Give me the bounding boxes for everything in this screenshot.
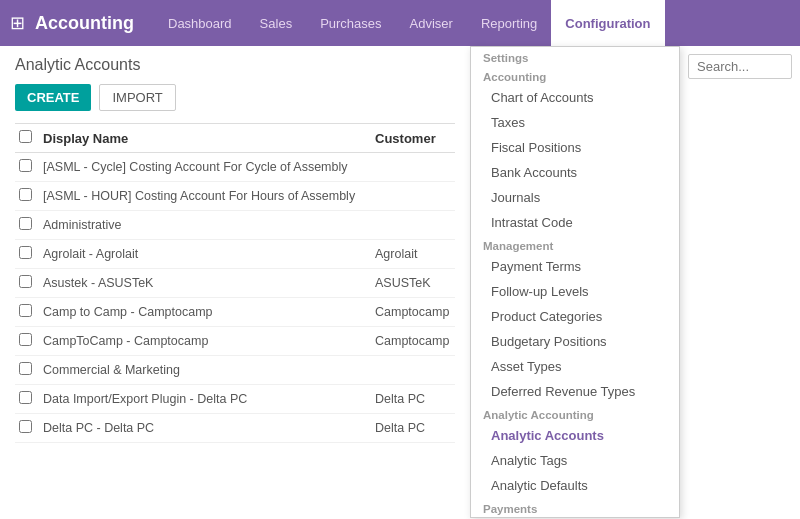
dropdown-item-intrastat-code[interactable]: Intrastat Code [471,210,679,235]
row-checkbox[interactable] [19,391,32,404]
row-checkbox[interactable] [19,246,32,259]
table-header: Display Name Customer [15,124,455,153]
dropdown-item-follow-up-levels[interactable]: Follow-up Levels [471,279,679,304]
row-display-name: Commercial & Marketing [39,356,365,385]
nav-item-adviser[interactable]: Adviser [396,0,467,46]
dropdown-item-bank-accounts[interactable]: Bank Accounts [471,160,679,185]
dropdown-item-taxes[interactable]: Taxes [471,110,679,135]
analytic-accounts-table: Display Name Customer [ASML - Cycle] Cos… [15,123,455,443]
row-checkbox[interactable] [19,159,32,172]
top-navigation: ⊞ Accounting DashboardSalesPurchasesAdvi… [0,0,800,46]
page-title: Analytic Accounts [15,56,455,74]
row-display-name: [ASML - Cycle] Costing Account For Cycle… [39,153,365,182]
dropdown-section-label: Settings [471,47,679,66]
row-display-name: Delta PC - Delta PC [39,414,365,443]
table-row: Delta PC - Delta PC Delta PC [15,414,455,443]
nav-item-reporting[interactable]: Reporting [467,0,551,46]
row-customer [365,211,455,240]
table-row: [ASML - Cycle] Costing Account For Cycle… [15,153,455,182]
grid-icon[interactable]: ⊞ [10,12,25,34]
row-checkbox[interactable] [19,217,32,230]
dropdown-item-budgetary-positions[interactable]: Budgetary Positions [471,329,679,354]
table-row: Camp to Camp - Camptocamp Camptocamp [15,298,455,327]
row-customer: Delta PC [365,414,455,443]
row-checkbox[interactable] [19,362,32,375]
row-checkbox[interactable] [19,275,32,288]
row-display-name: Asustek - ASUSTeK [39,269,365,298]
nav-item-dashboard[interactable]: Dashboard [154,0,246,46]
select-all-checkbox[interactable] [19,130,32,143]
row-customer: Delta PC [365,385,455,414]
customer-header: Customer [365,124,455,153]
row-display-name: Camp to Camp - Camptocamp [39,298,365,327]
search-area [680,46,800,87]
table-row: Agrolait - Agrolait Agrolait [15,240,455,269]
dropdown-section-label: Analytic Accounting [471,404,679,423]
configuration-dropdown: SettingsAccountingChart of AccountsTaxes… [470,46,680,518]
table-row: Commercial & Marketing [15,356,455,385]
row-customer: Agrolait [365,240,455,269]
dropdown-item-analytic-tags[interactable]: Analytic Tags [471,448,679,473]
dropdown-section-label: Management [471,235,679,254]
dropdown-item-analytic-accounts[interactable]: Analytic Accounts [471,423,679,448]
app-title: Accounting [35,13,134,34]
row-display-name: CampToCamp - Camptocamp [39,327,365,356]
row-customer: Camptocamp [365,327,455,356]
dropdown-item-payment-terms[interactable]: Payment Terms [471,254,679,279]
dropdown-item-chart-of-accounts[interactable]: Chart of Accounts [471,85,679,110]
row-customer [365,356,455,385]
dropdown-item-analytic-defaults[interactable]: Analytic Defaults [471,473,679,498]
nav-item-configuration[interactable]: Configuration [551,0,664,46]
nav-menu: DashboardSalesPurchasesAdviserReportingC… [154,0,790,46]
row-checkbox[interactable] [19,304,32,317]
nav-item-purchases[interactable]: Purchases [306,0,395,46]
nav-item-sales[interactable]: Sales [246,0,307,46]
row-customer: Camptocamp [365,298,455,327]
create-button[interactable]: CREATE [15,84,91,111]
row-display-name: Data Import/Export Plugin - Delta PC [39,385,365,414]
dropdown-item-journals[interactable]: Journals [471,185,679,210]
import-button[interactable]: IMPORT [99,84,175,111]
row-customer [365,182,455,211]
row-checkbox[interactable] [19,420,32,433]
dropdown-section-label: Payments [471,498,679,517]
left-panel: Analytic Accounts CREATE IMPORT Display … [0,46,470,519]
row-customer [365,153,455,182]
dropdown-item-asset-types[interactable]: Asset Types [471,354,679,379]
table-row: Administrative [15,211,455,240]
row-display-name: Agrolait - Agrolait [39,240,365,269]
dropdown-item-product-categories[interactable]: Product Categories [471,304,679,329]
action-buttons: CREATE IMPORT [15,84,455,111]
display-name-header: Display Name [39,124,365,153]
row-display-name: [ASML - HOUR] Costing Account For Hours … [39,182,365,211]
dropdown-item-deferred-revenue-types[interactable]: Deferred Revenue Types [471,379,679,404]
row-display-name: Administrative [39,211,365,240]
table-row: CampToCamp - Camptocamp Camptocamp [15,327,455,356]
row-checkbox[interactable] [19,333,32,346]
table-body: [ASML - Cycle] Costing Account For Cycle… [15,153,455,443]
table-row: Data Import/Export Plugin - Delta PC Del… [15,385,455,414]
table-row: Asustek - ASUSTeK ASUSTeK [15,269,455,298]
dropdown-item-fiscal-positions[interactable]: Fiscal Positions [471,135,679,160]
search-input[interactable] [688,54,792,79]
main-content: Analytic Accounts CREATE IMPORT Display … [0,46,800,519]
table-row: [ASML - HOUR] Costing Account For Hours … [15,182,455,211]
row-checkbox[interactable] [19,188,32,201]
dropdown-section-label: Accounting [471,66,679,85]
row-customer: ASUSTeK [365,269,455,298]
